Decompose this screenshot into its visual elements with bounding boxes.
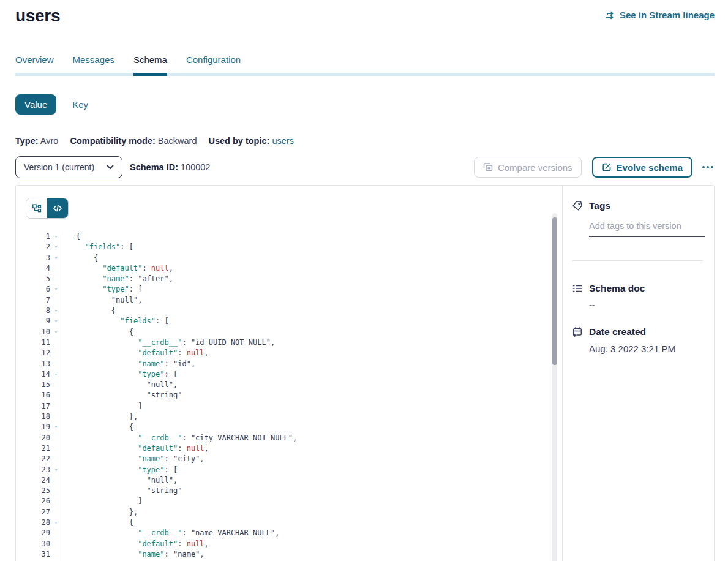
code-lines: 1▾{2▾ "fields": [3▾ {4 "default": null,5… bbox=[26, 232, 562, 561]
code-text: "default": null, bbox=[62, 348, 562, 358]
fold-toggle-icon[interactable]: ▾ bbox=[50, 369, 62, 380]
fold-spacer bbox=[50, 348, 62, 358]
code-line: 28▾ { bbox=[26, 518, 562, 528]
line-number: 25 bbox=[26, 486, 50, 496]
line-number: 1 bbox=[26, 232, 50, 242]
line-number: 13 bbox=[26, 359, 50, 369]
topic-link[interactable]: users bbox=[272, 136, 293, 146]
schema-id: Schema ID: 100002 bbox=[130, 162, 210, 172]
line-number: 11 bbox=[26, 337, 50, 348]
line-number: 12 bbox=[26, 348, 50, 358]
code-line: 13 "name": "id", bbox=[26, 359, 562, 369]
code-scrollbar-thumb[interactable] bbox=[552, 217, 557, 365]
code-line: 6▾ "type": [ bbox=[26, 284, 562, 295]
schema-doc-section: Schema doc -- bbox=[572, 283, 703, 310]
fold-spacer bbox=[50, 486, 62, 496]
tree-view-icon bbox=[32, 203, 42, 213]
schema-actions: Compare versions Evolve schema bbox=[474, 157, 715, 178]
line-number: 10 bbox=[26, 327, 50, 337]
line-number: 28 bbox=[26, 518, 50, 528]
code-text: "string" bbox=[62, 486, 562, 496]
line-number: 7 bbox=[26, 295, 50, 306]
fold-toggle-icon[interactable]: ▾ bbox=[50, 422, 62, 432]
code-text: "string" bbox=[62, 390, 562, 401]
tree-view-button[interactable] bbox=[26, 198, 47, 218]
code-view-icon bbox=[53, 203, 62, 213]
line-number: 26 bbox=[26, 496, 50, 506]
schema-doc-value: -- bbox=[589, 300, 703, 310]
code-view-button[interactable] bbox=[47, 198, 68, 218]
code-text: "type": [ bbox=[62, 369, 562, 380]
code-text: "default": null, bbox=[62, 443, 562, 454]
code-line: 11 "__crdb__": "id UUID NOT NULL", bbox=[26, 337, 562, 348]
line-number: 24 bbox=[26, 475, 50, 486]
line-number: 18 bbox=[26, 412, 50, 422]
line-number: 30 bbox=[26, 539, 50, 549]
code-line: 9▾ "fields": [ bbox=[26, 316, 562, 326]
code-text: ] bbox=[62, 496, 562, 506]
evolve-schema-button[interactable]: Evolve schema bbox=[592, 157, 692, 178]
chevron-down-icon bbox=[107, 165, 114, 170]
value-toggle-button[interactable]: Value bbox=[15, 94, 56, 115]
tags-input[interactable] bbox=[589, 221, 705, 237]
stream-lineage-link[interactable]: See in Stream lineage bbox=[605, 10, 715, 20]
code-line: 8▾ { bbox=[26, 306, 562, 316]
compare-versions-button[interactable]: Compare versions bbox=[474, 157, 582, 178]
code-line: 3▾ { bbox=[26, 253, 562, 263]
code-text: "null", bbox=[62, 380, 562, 390]
fold-toggle-icon[interactable]: ▾ bbox=[50, 316, 62, 326]
fold-spacer bbox=[50, 507, 62, 518]
code-text: "__crdb__": "id UUID NOT NULL", bbox=[62, 337, 562, 348]
fold-toggle-icon[interactable]: ▾ bbox=[50, 518, 62, 528]
fold-toggle-icon[interactable]: ▾ bbox=[50, 253, 62, 263]
code-line: 12 "default": null, bbox=[26, 348, 562, 358]
tags-title: Tags bbox=[589, 200, 610, 211]
key-toggle-button[interactable]: Key bbox=[72, 99, 88, 110]
code-text: "__crdb__": "name VARCHAR NULL", bbox=[62, 528, 562, 538]
version-select[interactable]: Version 1 (current) bbox=[15, 156, 122, 178]
fold-spacer bbox=[50, 401, 62, 412]
fold-spacer bbox=[50, 274, 62, 284]
fold-toggle-icon[interactable]: ▾ bbox=[50, 306, 62, 316]
tab-schema[interactable]: Schema bbox=[133, 55, 167, 73]
fold-spacer bbox=[50, 496, 62, 506]
schema-code-area: 1▾{2▾ "fields": [3▾ {4 "default": null,5… bbox=[16, 186, 562, 561]
fold-toggle-icon[interactable]: ▾ bbox=[50, 232, 62, 242]
fold-toggle-icon[interactable]: ▾ bbox=[50, 327, 62, 337]
schema-controls-row: Version 1 (current) Schema ID: 100002 Co… bbox=[15, 156, 715, 178]
code-line: 22 "name": "city", bbox=[26, 454, 562, 464]
compare-versions-icon bbox=[483, 162, 493, 172]
line-number: 19 bbox=[26, 422, 50, 432]
code-text: { bbox=[62, 518, 562, 528]
more-options-icon[interactable] bbox=[701, 164, 715, 171]
tab-configuration[interactable]: Configuration bbox=[186, 55, 241, 73]
code-line: 26 ] bbox=[26, 496, 562, 506]
line-number: 29 bbox=[26, 528, 50, 538]
code-text: "type": [ bbox=[62, 465, 562, 475]
code-line: 1▾{ bbox=[26, 232, 562, 242]
fold-toggle-icon[interactable]: ▾ bbox=[50, 465, 62, 475]
code-text: "name": "after", bbox=[62, 274, 562, 284]
code-line: 10▾ { bbox=[26, 327, 562, 337]
date-created-section: Date created Aug. 3 2022 3:21 PM bbox=[572, 326, 703, 354]
code-line: 29 "__crdb__": "name VARCHAR NULL", bbox=[26, 528, 562, 538]
code-line: 18 }, bbox=[26, 412, 562, 422]
code-text: "name": "city", bbox=[62, 454, 562, 464]
fold-spacer bbox=[50, 412, 62, 422]
code-scrollbar[interactable] bbox=[552, 213, 557, 561]
code-text: "default": null, bbox=[62, 263, 562, 274]
line-number: 15 bbox=[26, 380, 50, 390]
line-number: 27 bbox=[26, 507, 50, 518]
line-number: 20 bbox=[26, 433, 50, 443]
tab-overview[interactable]: Overview bbox=[15, 55, 54, 73]
sidebar-divider bbox=[572, 260, 703, 261]
code-text: ] bbox=[62, 401, 562, 412]
tab-messages[interactable]: Messages bbox=[73, 55, 114, 73]
date-created-value: Aug. 3 2022 3:21 PM bbox=[589, 344, 703, 354]
line-number: 14 bbox=[26, 369, 50, 380]
fold-toggle-icon[interactable]: ▾ bbox=[50, 284, 62, 295]
fold-toggle-icon[interactable]: ▾ bbox=[50, 242, 62, 252]
code-line: 30 "default": null, bbox=[26, 539, 562, 549]
code-line: 24 "null", bbox=[26, 475, 562, 486]
fold-spacer bbox=[50, 359, 62, 369]
